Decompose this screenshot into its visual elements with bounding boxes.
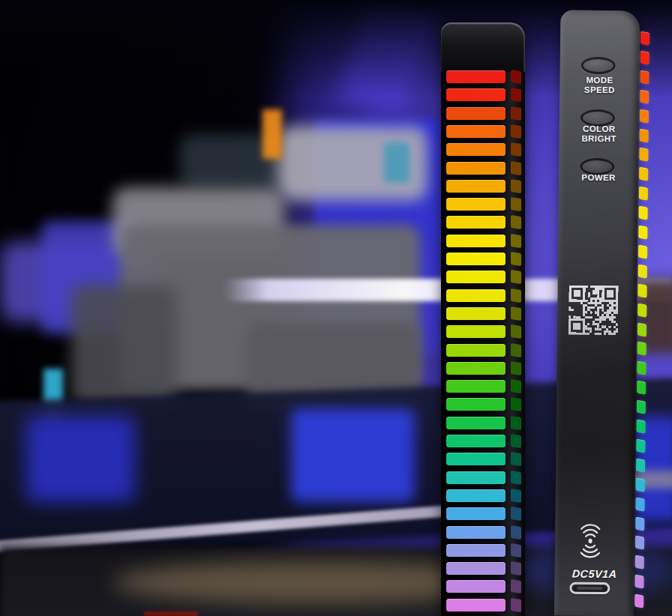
led-segment: [441, 307, 525, 320]
led-segment: [441, 562, 525, 575]
bg-blob: [262, 109, 282, 159]
led-side-segment: [638, 244, 647, 259]
led-side-segment: [640, 31, 650, 46]
led-side-segment: [640, 70, 649, 84]
bg-blob: [384, 142, 410, 183]
light-bar-back-view: MODE SPEED COLOR BRIGHT POWER: [554, 10, 651, 616]
led-segment: [441, 471, 525, 484]
led-segment: [441, 180, 525, 193]
mode-speed-label: MODE SPEED: [560, 75, 639, 95]
front-bar-top-cap: [441, 22, 525, 72]
led-side-segment: [639, 148, 648, 162]
sound-sensor-icon: [575, 523, 606, 559]
led-segment: [441, 544, 525, 557]
led-side-segment: [634, 575, 644, 589]
usb-c-port: [569, 582, 610, 595]
led-side-segment: [638, 264, 647, 278]
qr-code-icon: [568, 286, 619, 336]
led-side-segment: [636, 458, 645, 472]
led-segment: [441, 162, 525, 175]
led-side-segment: [636, 438, 645, 453]
led-segment: [441, 417, 525, 429]
back-panel: MODE SPEED COLOR BRIGHT POWER: [554, 10, 640, 616]
bg-blob: [71, 285, 176, 405]
product-photo-stage[interactable]: MODE SPEED COLOR BRIGHT POWER: [0, 0, 672, 616]
led-segment: [441, 325, 525, 338]
led-side-segment: [640, 109, 649, 123]
bg-blob: [291, 408, 415, 502]
led-side-segment: [640, 50, 650, 64]
mode-speed-button: [581, 57, 616, 74]
led-side-segment: [639, 187, 648, 201]
led-segment: [441, 107, 525, 120]
power-label: POWER: [559, 172, 638, 183]
led-side-segment: [638, 342, 646, 356]
led-segment: [441, 70, 525, 83]
led-segment: [441, 380, 525, 393]
led-segment: [441, 216, 525, 229]
led-side-segment: [635, 516, 644, 531]
led-segment: [441, 362, 525, 375]
banner-cutoff-text-mark: [144, 612, 198, 616]
led-segment: [441, 526, 525, 539]
led-segment: [441, 435, 525, 447]
led-segment: [441, 143, 525, 156]
led-side-segment: [634, 594, 644, 609]
led-side-segment: [640, 89, 649, 103]
led-side-segment: [638, 283, 646, 298]
led-segment: [441, 88, 525, 101]
led-segment: [441, 599, 525, 612]
light-bar-front-view: [441, 22, 525, 616]
bg-blob: [26, 416, 135, 502]
led-side-segment: [639, 167, 648, 181]
led-side-segment: [639, 206, 648, 220]
led-side-segment: [638, 303, 646, 317]
led-segment: [441, 453, 525, 465]
led-segment: [441, 489, 525, 502]
led-segment: [441, 235, 525, 247]
led-side-segment: [635, 497, 644, 511]
led-side-segment: [635, 555, 644, 570]
led-side-segment: [638, 226, 647, 240]
led-segment: [441, 198, 525, 211]
led-side-segment: [637, 420, 646, 434]
led-segment: [441, 507, 525, 520]
led-segment: [441, 344, 525, 357]
led-side-segment: [636, 477, 645, 492]
led-segment: [441, 253, 525, 265]
color-bright-label: COLOR BRIGHT: [560, 124, 639, 144]
led-segment: [441, 398, 525, 411]
led-side-segment: [637, 361, 646, 375]
led-segment: [441, 580, 525, 593]
led-segment: [441, 125, 525, 138]
led-side-segment: [638, 322, 646, 336]
usb-c-slot: [577, 587, 602, 590]
led-segment: [441, 289, 525, 302]
led-segment: [441, 271, 525, 283]
power-port-label: DC5V1A: [554, 567, 634, 580]
led-side-segment: [637, 381, 646, 395]
led-side-segment: [640, 128, 649, 142]
led-side-segment: [637, 400, 646, 414]
led-side-segment: [635, 536, 644, 550]
